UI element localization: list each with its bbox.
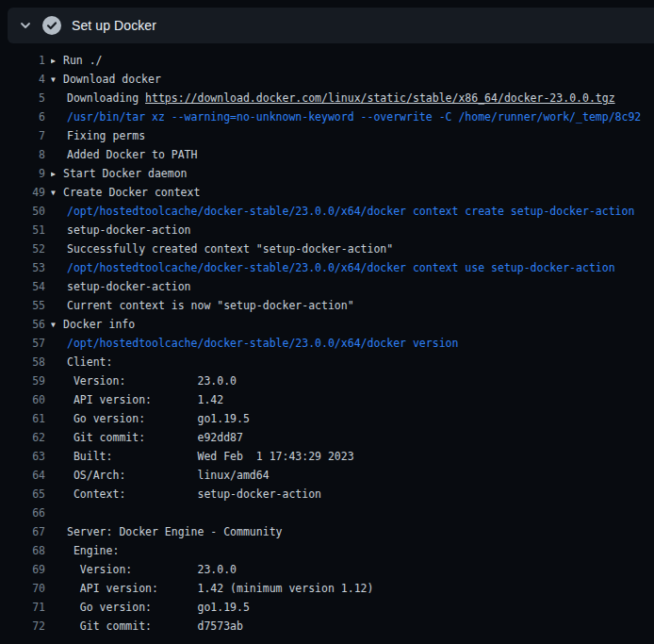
- command-text: /opt/hostedtoolcache/docker-stable/23.0.…: [67, 205, 634, 218]
- log-line: 65 Context: setup-docker-action: [0, 485, 654, 504]
- log-text: Engine:: [67, 544, 119, 557]
- log-text: Added Docker to PATH: [67, 148, 197, 161]
- log-line: 53/opt/hostedtoolcache/docker-stable/23.…: [0, 258, 654, 277]
- log-text: Fixing perms: [67, 129, 145, 142]
- line-number[interactable]: 61: [0, 409, 45, 428]
- line-content: ▼Create Docker context: [51, 183, 654, 202]
- chevron-right-icon[interactable]: ▶: [51, 52, 63, 70]
- log-line: 64 OS/Arch: linux/amd64: [0, 466, 654, 485]
- line-content: Engine:: [51, 541, 654, 560]
- line-number[interactable]: 7: [0, 126, 45, 145]
- log-text: Create Docker context: [63, 186, 200, 199]
- chevron-down-icon[interactable]: ▼: [51, 71, 63, 89]
- log-line: 69 Version: 23.0.0: [0, 560, 654, 579]
- line-number[interactable]: 62: [0, 428, 45, 447]
- line-number[interactable]: 55: [0, 296, 45, 315]
- line-number[interactable]: 63: [0, 447, 45, 466]
- log-text: Server: Docker Engine - Community: [67, 525, 282, 538]
- log-text: Download docker: [63, 73, 161, 86]
- log-line: 68 Engine:: [0, 541, 654, 560]
- line-content: OS/Arch: linux/amd64: [51, 466, 654, 485]
- line-number[interactable]: 66: [0, 504, 45, 522]
- line-content: Git commit: d7573ab: [51, 617, 654, 636]
- log-line: 70 API version: 1.42 (minimum version 1.…: [0, 579, 654, 598]
- log-line: 54setup-docker-action: [0, 277, 654, 296]
- log-line: 4▼Download docker: [0, 70, 654, 89]
- line-number[interactable]: 69: [0, 560, 45, 579]
- line-number[interactable]: 65: [0, 485, 45, 504]
- chevron-down-icon[interactable]: ▼: [51, 316, 63, 334]
- chevron-down-icon[interactable]: ▼: [51, 184, 63, 202]
- log-text: OS/Arch: linux/amd64: [67, 469, 270, 482]
- log-line: 8Added Docker to PATH: [0, 145, 654, 164]
- log-text: setup-docker-action: [67, 223, 191, 237]
- log-line: 7Fixing perms: [0, 126, 654, 145]
- line-number[interactable]: 52: [0, 239, 45, 258]
- chevron-right-icon[interactable]: ▶: [51, 165, 63, 183]
- log-line: 67Server: Docker Engine - Community: [0, 522, 654, 541]
- line-content: Go version: go1.19.5: [51, 598, 654, 617]
- log-line: 50/opt/hostedtoolcache/docker-stable/23.…: [0, 202, 654, 221]
- line-number[interactable]: 50: [0, 202, 45, 221]
- log-link[interactable]: https://download.docker.com/linux/static…: [145, 91, 615, 105]
- step-title: Set up Docker: [72, 18, 156, 33]
- check-circle-icon: [42, 16, 61, 35]
- line-content: Fixing perms: [51, 126, 654, 145]
- line-number[interactable]: 70: [0, 579, 45, 598]
- line-content: ▶Start Docker daemon: [51, 164, 654, 183]
- log-line: 6/usr/bin/tar xz --warning=no-unknown-ke…: [0, 107, 654, 126]
- log-text: Go version: go1.19.5: [67, 412, 250, 425]
- line-number[interactable]: 68: [0, 541, 45, 560]
- line-number[interactable]: 59: [0, 372, 45, 390]
- line-content: Built: Wed Feb 1 17:43:29 2023: [51, 447, 654, 466]
- line-number[interactable]: 8: [0, 145, 45, 164]
- log-text: Run ./: [63, 54, 103, 67]
- step-header[interactable]: Set up Docker: [8, 8, 654, 43]
- line-number[interactable]: 1: [0, 51, 45, 70]
- line-number[interactable]: 51: [0, 221, 45, 239]
- command-text: /usr/bin/tar xz --warning=no-unknown-key…: [67, 110, 641, 124]
- line-number[interactable]: 49: [0, 183, 45, 202]
- line-content: Version: 23.0.0: [51, 560, 654, 579]
- line-content: Successfully created context "setup-dock…: [51, 239, 654, 258]
- log-line: 55Current context is now "setup-docker-a…: [0, 296, 654, 315]
- line-number[interactable]: 64: [0, 466, 45, 485]
- log-line: 56▼Docker info: [0, 315, 654, 334]
- log-text: Docker info: [63, 318, 135, 331]
- log-line: 5Downloading https://download.docker.com…: [0, 89, 654, 107]
- line-number[interactable]: 67: [0, 522, 45, 541]
- line-number[interactable]: 58: [0, 353, 45, 372]
- log-line: 58Client:: [0, 353, 654, 372]
- log-line: 63 Built: Wed Feb 1 17:43:29 2023: [0, 447, 654, 466]
- line-number[interactable]: 6: [0, 107, 45, 126]
- chevron-down-icon[interactable]: [19, 19, 32, 32]
- log-text: Git commit: e92dd87: [67, 431, 243, 444]
- line-number[interactable]: 53: [0, 258, 45, 277]
- log-text: Start Docker daemon: [63, 167, 188, 180]
- line-number[interactable]: 72: [0, 617, 45, 636]
- line-number[interactable]: 5: [0, 89, 45, 107]
- line-content: API version: 1.42 (minimum version 1.12): [51, 579, 654, 598]
- line-number[interactable]: 56: [0, 315, 45, 334]
- line-content: Version: 23.0.0: [51, 372, 654, 390]
- log-line: 60 API version: 1.42: [0, 390, 654, 409]
- line-content: Client:: [51, 353, 654, 372]
- log-line: 59 Version: 23.0.0: [0, 372, 654, 390]
- line-number[interactable]: 9: [0, 164, 45, 183]
- line-content: /opt/hostedtoolcache/docker-stable/23.0.…: [51, 202, 654, 221]
- command-text: /opt/hostedtoolcache/docker-stable/23.0.…: [67, 337, 458, 350]
- line-content: Context: setup-docker-action: [51, 485, 654, 504]
- line-number[interactable]: 4: [0, 70, 45, 89]
- log-line: 71 Go version: go1.19.5: [0, 598, 654, 617]
- line-number[interactable]: 71: [0, 598, 45, 617]
- log-text: Go version: go1.19.5: [67, 601, 250, 614]
- log-text: Version: 23.0.0: [67, 374, 237, 388]
- log-line: 51setup-docker-action: [0, 221, 654, 239]
- line-number[interactable]: 54: [0, 277, 45, 296]
- line-number[interactable]: 57: [0, 334, 45, 353]
- log-line: 57/opt/hostedtoolcache/docker-stable/23.…: [0, 334, 654, 353]
- command-text: /opt/hostedtoolcache/docker-stable/23.0.…: [67, 261, 615, 274]
- line-content: ▼Docker info: [51, 315, 654, 334]
- line-number[interactable]: 60: [0, 390, 45, 409]
- log-line: 66: [0, 504, 654, 522]
